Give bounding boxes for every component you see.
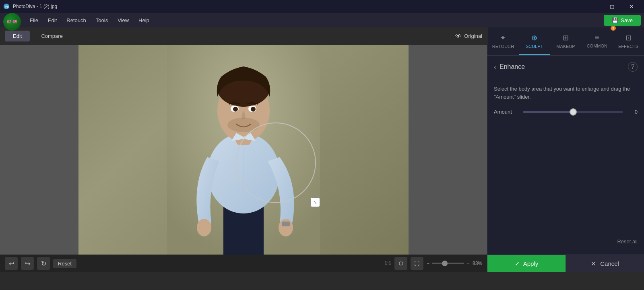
tab-sculpt-label: SCULPT	[526, 44, 543, 49]
left-panel: Edit Compare 👁 Original	[0, 27, 487, 272]
tab-edit[interactable]: Edit	[5, 31, 30, 41]
svg-point-16	[251, 107, 256, 112]
svg-point-15	[233, 107, 238, 112]
minimize-button[interactable]: –	[584, 0, 602, 13]
svg-text:PD: PD	[5, 5, 9, 9]
svg-point-8	[197, 219, 211, 236]
retouch-icon: ✦	[500, 33, 506, 42]
window-title: PhotoDiva - 1 (2).jpg	[13, 4, 57, 9]
cancel-x-icon: ✕	[591, 260, 596, 267]
menu-tools[interactable]: Tools	[92, 16, 112, 25]
zoom-plus-icon: +	[466, 261, 469, 266]
zoom-minus-icon: −	[427, 261, 429, 266]
tab-compare[interactable]: Compare	[33, 31, 70, 41]
panel-header: ‹ Enhance ?	[494, 62, 638, 72]
tab-makeup[interactable]: ⊞ MAKEUP	[550, 27, 582, 55]
menu-retouch[interactable]: Retouch	[62, 16, 90, 25]
sculpt-icon: ⊕	[531, 33, 537, 42]
help-button[interactable]: ?	[628, 62, 638, 72]
reset-label-button[interactable]: Reset	[53, 259, 76, 268]
zoom-slider-container: − +	[427, 261, 469, 266]
tab-effects[interactable]: ⊡ EFFECTS	[613, 27, 644, 55]
zoom-info: 1:1 ⬡ ⛶ − + 83%	[384, 257, 482, 270]
save-button[interactable]: 💾 Save	[604, 15, 641, 26]
title-bar-left: PD PhotoDiva - 1 (2).jpg	[3, 3, 57, 10]
zoom-ratio: 1:1	[384, 261, 391, 266]
maximize-button[interactable]: ◻	[603, 0, 621, 13]
undo-button[interactable]: ↩	[5, 257, 18, 270]
selection-circle[interactable]: ⤡	[235, 122, 316, 203]
menu-view[interactable]: View	[114, 16, 133, 25]
amount-row: Amount 0	[494, 109, 638, 115]
zoom-fullscreen-button[interactable]: ⛶	[411, 257, 423, 270]
common-badge-count: 2	[611, 26, 616, 31]
canvas-image: ⤡	[78, 45, 409, 255]
bottom-bar: ↩ ↪ ↻ Reset 1:1 ⬡ ⛶ − + 83%	[0, 255, 487, 272]
original-label: Original	[464, 33, 482, 39]
zoom-percent: 83%	[473, 261, 482, 266]
menu-help[interactable]: Help	[134, 16, 153, 25]
cancel-label: Cancel	[600, 260, 619, 267]
edit-toolbar: Edit Compare 👁 Original	[0, 27, 487, 45]
back-button[interactable]: ‹	[494, 63, 496, 71]
menu-bar: 02:05 File Edit Retouch Tools View Help …	[0, 13, 644, 27]
redo-button[interactable]: ↪	[21, 257, 34, 270]
main-layout: Edit Compare 👁 Original	[0, 27, 644, 272]
svg-point-9	[279, 219, 293, 236]
refresh-button[interactable]: ↻	[37, 257, 50, 270]
panel-title: Enhance	[500, 63, 625, 70]
check-icon: ✓	[515, 260, 520, 267]
title-bar-controls: – ◻ ✕	[584, 0, 641, 13]
app-icon: PD	[3, 3, 10, 10]
panel-content: ‹ Enhance ? Select the body area that yo…	[487, 56, 644, 255]
tab-effects-label: EFFECTS	[618, 44, 638, 49]
close-button[interactable]: ✕	[622, 0, 641, 13]
effects-icon: ⊡	[625, 33, 632, 42]
svg-rect-18	[282, 222, 290, 226]
cancel-button[interactable]: ✕ Cancel	[566, 255, 644, 272]
right-panel: ✦ RETOUCH ⊕ SCULPT ⊞ MAKEUP ≡ COMMON 2 ⊡…	[487, 27, 644, 272]
tab-retouch[interactable]: ✦ RETOUCH	[487, 27, 519, 55]
app-logo: 02:05	[3, 13, 21, 31]
zoom-fit-button[interactable]: ⬡	[394, 257, 407, 270]
original-toggle[interactable]: 👁 Original	[455, 33, 482, 40]
save-icon: 💾	[612, 17, 618, 23]
apply-button[interactable]: ✓ Apply	[487, 255, 566, 272]
zoom-slider[interactable]	[432, 263, 464, 264]
common-icon: ≡	[595, 33, 599, 42]
apply-label: Apply	[523, 260, 539, 267]
menu-file[interactable]: File	[26, 16, 42, 25]
amount-slider[interactable]	[523, 111, 623, 113]
tab-makeup-label: MAKEUP	[556, 44, 575, 49]
amount-value: 0	[628, 109, 638, 115]
tab-common[interactable]: ≡ COMMON 2	[581, 27, 613, 55]
tab-bar: ✦ RETOUCH ⊕ SCULPT ⊞ MAKEUP ≡ COMMON 2 ⊡…	[487, 27, 644, 56]
tab-common-label: COMMON	[587, 44, 607, 48]
menu-edit[interactable]: Edit	[44, 16, 61, 25]
tab-sculpt[interactable]: ⊕ SCULPT	[519, 27, 550, 55]
resize-handle[interactable]: ⤡	[310, 197, 320, 207]
reset-all-button[interactable]: Reset all	[617, 238, 638, 244]
eye-icon: 👁	[455, 33, 462, 40]
makeup-icon: ⊞	[563, 33, 569, 42]
canvas-area[interactable]: ⤡	[0, 45, 487, 255]
save-label: Save	[621, 17, 633, 23]
panel-divider	[494, 80, 638, 80]
apply-bar: ✓ Apply ✕ Cancel	[487, 255, 644, 272]
amount-label: Amount	[494, 109, 518, 115]
tab-retouch-label: RETOUCH	[492, 44, 514, 49]
title-bar: PD PhotoDiva - 1 (2).jpg – ◻ ✕	[0, 0, 644, 13]
panel-description: Select the body area that you want to en…	[494, 85, 638, 101]
reset-all-container: Reset all	[494, 234, 638, 248]
